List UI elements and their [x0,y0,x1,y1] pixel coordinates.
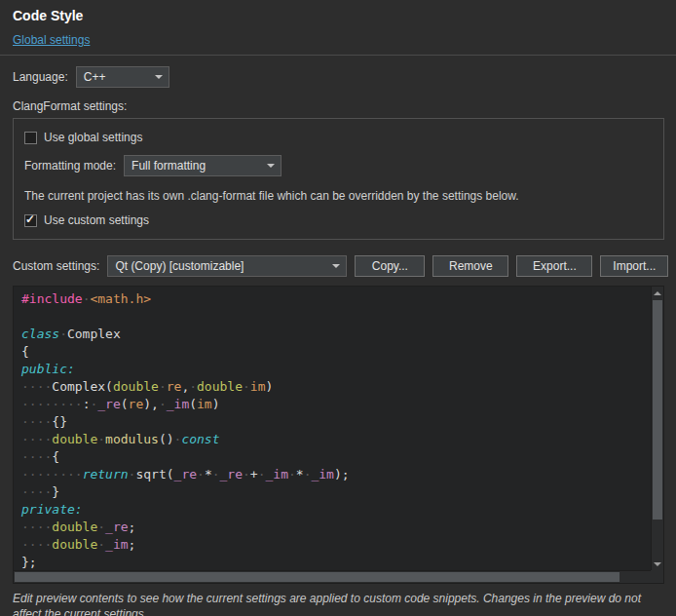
separator [0,55,676,56]
copy-button[interactable]: Copy... [355,255,425,277]
use-custom-settings-checkbox[interactable]: Use custom settings [24,213,654,227]
use-global-settings-checkbox[interactable]: Use global settings [24,131,654,144]
language-label: Language: [13,70,68,84]
formatting-mode-label: Formatting mode: [24,159,116,173]
code-preview-editor[interactable]: #include·<math.h> class·Complex{public:·… [13,286,664,584]
custom-settings-row: Custom settings: Qt (Copy) [customizable… [13,254,664,277]
triangle-up-icon [654,291,661,295]
remove-button[interactable]: Remove [432,255,508,277]
checkbox-label: Use custom settings [44,213,149,227]
horizontal-scrollbar[interactable] [14,570,651,583]
code-line: ····double·_re; [21,519,651,536]
code-line: { [21,343,651,361]
vertical-scrollbar[interactable] [651,287,663,570]
scroll-up-button[interactable] [652,287,663,299]
vertical-scrollbar-thumb[interactable] [653,300,662,520]
code-line: ····{ [21,448,651,466]
custom-settings-combobox-value: Qt (Copy) [customizable] [115,259,244,273]
code-line: }; [21,554,651,570]
custom-settings-combobox[interactable]: Qt (Copy) [customizable] [107,255,347,277]
clangformat-settings-label: ClangFormat settings: [13,99,664,113]
code-line: ····Complex(double·re,·double·im) [21,378,651,396]
language-combobox[interactable]: C++ [76,66,169,88]
import-button[interactable]: Import... [600,255,668,277]
checkbox-box [24,214,37,227]
checkbox-box [24,132,37,144]
code-content[interactable]: #include·<math.h> class·Complex{public:·… [14,287,651,570]
export-button[interactable]: Export... [516,255,592,277]
clangformat-groupbox: Use global settings Formatting mode: Ful… [13,118,664,240]
horizontal-scrollbar-thumb[interactable] [15,572,620,582]
triangle-down-icon [654,562,661,566]
code-line: ····double·modulus()·const [21,431,651,448]
formatting-mode-combobox-value: Full formatting [131,159,206,173]
language-combobox-value: C++ [84,70,106,84]
formatting-mode-combobox[interactable]: Full formatting [124,155,282,176]
code-line: ········return·sqrt(_re·*·_re·+·_im·*·_i… [21,466,651,483]
code-line: class·Complex [21,326,651,343]
language-row: Language: C++ [13,65,664,88]
code-line [21,308,651,326]
chevron-down-icon [332,264,340,268]
custom-settings-label: Custom settings: [13,259,99,273]
global-settings-link[interactable]: Global settings [13,33,90,47]
scroll-down-button[interactable] [652,558,663,570]
clang-format-note: The current project has its own .clang-f… [24,189,654,203]
code-line: private: [21,501,651,519]
code-line: public: [21,361,651,378]
code-line: ····{} [21,413,651,431]
code-line: ········:·_re(re),·_im(im) [21,396,651,413]
formatting-mode-row: Formatting mode: Full formatting [24,154,654,176]
chevron-down-icon [267,164,275,168]
scrollbar-corner [651,570,663,583]
checkbox-label: Use global settings [44,131,142,144]
code-line: ····} [21,483,651,501]
code-line: #include·<math.h> [21,290,651,308]
page-title: Code Style [13,8,664,23]
footer-hint: Edit preview contents to see how the cur… [13,592,664,616]
code-line: ····double·_im; [21,536,651,554]
code-style-panel: Code Style Global settings Language: C++… [0,0,676,616]
chevron-down-icon [155,75,163,79]
